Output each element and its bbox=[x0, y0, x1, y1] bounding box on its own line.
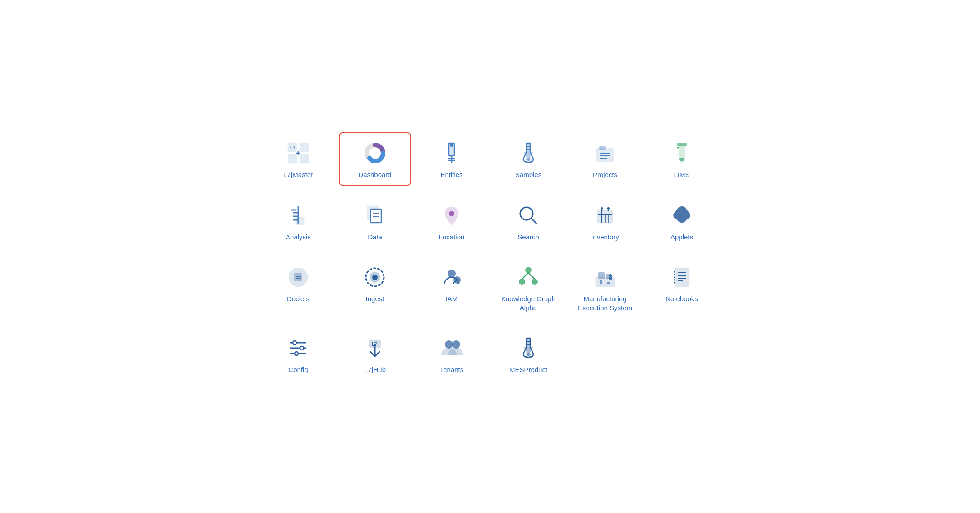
doclets-icon bbox=[286, 265, 311, 290]
svg-point-37 bbox=[449, 211, 454, 216]
app-item-mesproduct[interactable]: MESProduct bbox=[492, 327, 564, 381]
svg-rect-1 bbox=[300, 143, 308, 151]
svg-rect-31 bbox=[296, 217, 304, 224]
svg-point-57 bbox=[448, 270, 455, 277]
app-item-l7master[interactable]: L7 L7|Master bbox=[262, 132, 334, 186]
svg-rect-72 bbox=[675, 268, 689, 286]
tenants-label: Tenants bbox=[440, 365, 464, 374]
app-item-samples[interactable]: Samples bbox=[492, 132, 564, 186]
lims-label: LIMS bbox=[674, 170, 689, 179]
search-icon bbox=[516, 203, 541, 228]
svg-rect-65 bbox=[599, 273, 604, 278]
svg-rect-23 bbox=[677, 143, 686, 146]
l7hub-label: L7|Hub bbox=[364, 365, 386, 374]
svg-point-86 bbox=[300, 346, 304, 350]
applets-label: Applets bbox=[670, 233, 693, 242]
svg-rect-18 bbox=[597, 149, 613, 161]
svg-point-7 bbox=[373, 151, 377, 155]
svg-line-63 bbox=[528, 273, 535, 279]
samples-icon bbox=[516, 140, 541, 166]
notebooks-icon bbox=[669, 265, 694, 290]
app-item-search[interactable]: Search bbox=[492, 195, 564, 248]
config-icon bbox=[286, 336, 311, 361]
l7master-label: L7|Master bbox=[283, 170, 313, 179]
svg-line-62 bbox=[522, 273, 528, 279]
svg-rect-68 bbox=[607, 282, 610, 284]
mesproduct-label: MESProduct bbox=[509, 365, 547, 374]
svg-point-59 bbox=[526, 267, 531, 273]
svg-rect-3 bbox=[300, 155, 308, 163]
svg-text:L7: L7 bbox=[290, 145, 296, 150]
knowledge-icon bbox=[516, 265, 541, 290]
iam-label: IAM bbox=[446, 294, 458, 303]
svg-point-60 bbox=[519, 279, 525, 284]
knowledge-label: Knowledge Graph Alpha bbox=[498, 294, 559, 312]
svg-rect-19 bbox=[600, 147, 605, 149]
svg-point-92 bbox=[453, 341, 460, 348]
svg-point-58 bbox=[454, 277, 460, 283]
app-item-ingest[interactable]: Ingest bbox=[339, 256, 411, 318]
app-item-applets[interactable]: Applets bbox=[646, 195, 718, 248]
app-item-entities[interactable]: Entities bbox=[416, 132, 488, 186]
applets-icon bbox=[669, 203, 694, 228]
projects-icon bbox=[592, 140, 618, 166]
config-label: Config bbox=[288, 365, 308, 374]
l7hub-icon: L7 bbox=[362, 336, 388, 361]
svg-point-85 bbox=[293, 341, 296, 345]
ingest-icon bbox=[362, 265, 388, 290]
svg-rect-51 bbox=[295, 274, 302, 281]
tenants-icon bbox=[439, 336, 464, 361]
analysis-label: Analysis bbox=[286, 233, 311, 242]
location-icon bbox=[439, 203, 464, 228]
app-item-l7hub[interactable]: L7 L7|Hub bbox=[339, 327, 411, 381]
svg-point-96 bbox=[526, 353, 531, 356]
svg-rect-2 bbox=[288, 155, 296, 163]
app-item-lims[interactable]: LIMS bbox=[646, 132, 718, 186]
mes-label: Manufacturing Execution System bbox=[574, 294, 636, 312]
app-grid: L7 L7|Master Dashboard Entities Samples bbox=[244, 114, 736, 399]
location-label: Location bbox=[439, 233, 465, 242]
entities-icon bbox=[439, 140, 464, 166]
app-item-projects[interactable]: Projects bbox=[569, 132, 641, 186]
mesproduct-icon bbox=[516, 336, 541, 361]
svg-point-56 bbox=[372, 275, 378, 280]
svg-point-91 bbox=[445, 341, 453, 348]
app-item-location[interactable]: Location bbox=[416, 195, 488, 248]
analysis-icon bbox=[286, 203, 311, 228]
inventory-label: Inventory bbox=[591, 233, 619, 242]
data-label: Data bbox=[368, 233, 382, 242]
svg-line-39 bbox=[531, 218, 536, 224]
app-item-inventory[interactable]: Inventory bbox=[569, 195, 641, 248]
mes-icon bbox=[592, 265, 618, 290]
svg-rect-67 bbox=[600, 280, 602, 284]
projects-label: Projects bbox=[593, 170, 617, 179]
svg-point-87 bbox=[295, 352, 298, 355]
ingest-label: Ingest bbox=[366, 294, 384, 303]
svg-text:L7: L7 bbox=[372, 342, 377, 347]
lims-icon bbox=[669, 140, 694, 166]
l7master-icon: L7 bbox=[286, 140, 311, 166]
inventory-icon bbox=[592, 203, 618, 228]
dashboard-label: Dashboard bbox=[358, 170, 391, 179]
doclets-label: Doclets bbox=[287, 294, 310, 303]
app-item-analysis[interactable]: Analysis bbox=[262, 195, 334, 248]
svg-point-17 bbox=[526, 158, 531, 161]
entities-label: Entities bbox=[440, 170, 462, 179]
app-item-iam[interactable]: IAM bbox=[416, 256, 488, 318]
app-item-doclets[interactable]: Doclets bbox=[262, 256, 334, 318]
iam-icon bbox=[439, 265, 464, 290]
app-item-config[interactable]: Config bbox=[262, 327, 334, 381]
app-item-notebooks[interactable]: Notebooks bbox=[646, 256, 718, 318]
app-item-tenants[interactable]: Tenants bbox=[416, 327, 488, 381]
dashboard-icon bbox=[362, 140, 388, 166]
search-label: Search bbox=[518, 233, 539, 242]
samples-label: Samples bbox=[515, 170, 541, 179]
svg-point-24 bbox=[679, 158, 684, 161]
svg-point-69 bbox=[609, 276, 612, 280]
app-item-knowledge[interactable]: Knowledge Graph Alpha bbox=[492, 256, 564, 318]
app-item-data[interactable]: Data bbox=[339, 195, 411, 248]
app-item-mes[interactable]: Manufacturing Execution System bbox=[569, 256, 641, 318]
notebooks-label: Notebooks bbox=[666, 294, 698, 303]
data-icon bbox=[362, 203, 388, 228]
app-item-dashboard[interactable]: Dashboard bbox=[339, 132, 411, 186]
